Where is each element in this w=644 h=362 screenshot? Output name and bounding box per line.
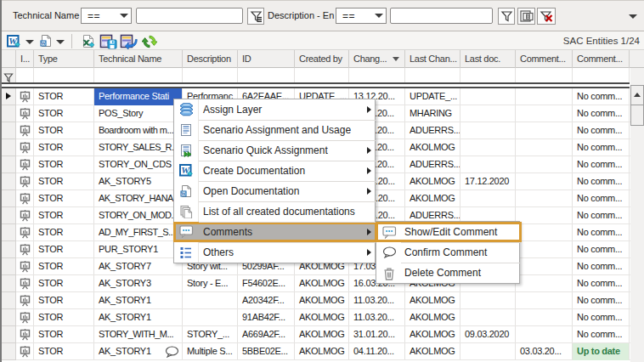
svg-text:W: W <box>41 41 46 46</box>
svg-text:W: W <box>181 191 186 196</box>
